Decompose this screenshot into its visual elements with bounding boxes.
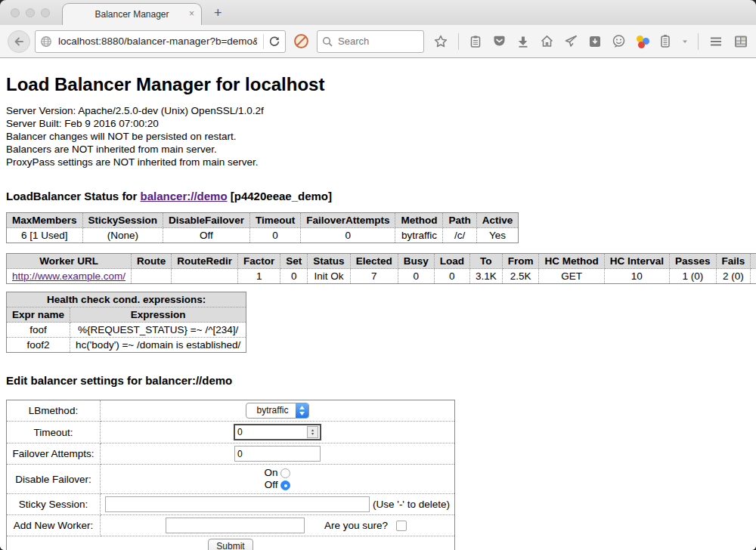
add-worker-label: Add New Worker: [7, 515, 101, 536]
add-worker-input[interactable] [166, 518, 305, 533]
col-stickysession: StickySession [82, 213, 163, 228]
col-method: Method [395, 213, 443, 228]
timeout-input[interactable] [235, 427, 307, 437]
col-hc-interval: HC Interval [604, 254, 669, 269]
disable-failover-on-radio[interactable] [280, 468, 290, 478]
feedback-smiley-icon[interactable] [612, 34, 626, 48]
tab-title: Balancer Manager [94, 9, 169, 20]
cell-hc-method: GET [539, 269, 604, 284]
cell-load: 0 [434, 269, 469, 284]
balancer-data-row: 6 [1 Used] (None) Off 0 0 bytraffic /c/ … [7, 228, 519, 243]
home-icon[interactable] [540, 34, 554, 48]
zoom-window-button[interactable] [41, 8, 50, 17]
blocked-shield-icon[interactable] [293, 33, 309, 49]
lbmethod-selected-value: bytraffic [246, 403, 296, 418]
cell-method: bytraffic [395, 228, 443, 243]
disable-failover-row: Disable Failover: On Off [7, 465, 455, 494]
col-elected: Elected [350, 254, 398, 269]
search-input[interactable] [336, 35, 419, 48]
page-title: Load Balancer Manager for localhost [6, 74, 750, 95]
balancer-demo-link[interactable]: balancer://demo [141, 190, 228, 202]
col-expression: Expression [70, 307, 246, 323]
col-passes: Passes [669, 254, 716, 269]
new-tab-button[interactable]: + [214, 5, 222, 21]
cell-path: /c/ [443, 228, 476, 243]
status-heading-prefix: LoadBalancer Status for [6, 190, 141, 202]
browser-tab[interactable]: Balancer Manager × [62, 3, 202, 25]
caret-down-icon[interactable] [681, 38, 689, 45]
tab-close-icon[interactable]: × [189, 9, 194, 18]
cell-status: Init Ok [308, 269, 350, 284]
cell-passes: 1 (0) [669, 269, 716, 284]
health-header-row: Expr name Expression [7, 307, 246, 323]
worker-data-row: http://www.example.com/ 1 0 Init Ok 7 0 … [7, 269, 756, 284]
pocket-icon[interactable] [492, 34, 507, 48]
sticky-session-input[interactable] [105, 496, 370, 512]
send-icon[interactable] [564, 34, 578, 48]
menu-hamburger-icon[interactable] [708, 34, 723, 49]
reload-icon[interactable] [268, 36, 280, 48]
health-row-foof: foof %{REQUEST_STATUS} =~ /^[234]/ [7, 323, 246, 338]
search-bar[interactable] [317, 30, 424, 53]
colored-dots-icon[interactable] [636, 35, 649, 48]
url-bar[interactable] [35, 30, 286, 53]
cell-route [132, 269, 172, 284]
minimize-window-button[interactable] [26, 8, 35, 17]
col-status: Status [308, 254, 350, 269]
cell-factor: 1 [238, 269, 280, 284]
balancer-status-table: MaxMembers StickySession DisableFailover… [6, 212, 519, 243]
col-route: Route [132, 254, 172, 269]
health-table-title: Health check cond. expressions: [7, 292, 246, 307]
cell-timeout: 0 [249, 228, 300, 243]
number-spinner-icon[interactable]: ▴▾ [307, 426, 318, 438]
are-you-sure-label: Are you sure? [324, 520, 388, 531]
inherit-note-line: Balancers are NOT inherited from main se… [6, 143, 750, 156]
col-busy: Busy [398, 254, 434, 269]
submit-button[interactable]: Submit [208, 539, 253, 550]
timeout-row: Timeout: ▴▾ [7, 422, 455, 443]
worker-table: Worker URL Route RouteRedir Factor Set S… [6, 253, 756, 284]
url-input[interactable] [57, 35, 259, 48]
battery-icon[interactable] [659, 34, 671, 48]
col-worker-url: Worker URL [7, 254, 132, 269]
cell-active: Yes [476, 228, 519, 243]
col-timeout: Timeout [249, 213, 300, 228]
col-disablefailover: DisableFailover [163, 213, 250, 228]
cell-elected: 7 [350, 269, 398, 284]
urlbar-divider [263, 34, 264, 49]
timeout-input-wrap: ▴▾ [234, 424, 321, 440]
sticky-session-label: Sticky Session: [7, 494, 101, 515]
download-icon[interactable] [516, 35, 530, 48]
cell-expression: %{REQUEST_STATUS} =~ /^[234]/ [70, 323, 246, 338]
lbmethod-select[interactable]: bytraffic [246, 403, 310, 419]
traffic-lights [11, 8, 50, 17]
sticky-session-hint: (Use '-' to delete) [373, 499, 450, 510]
back-button[interactable] [8, 30, 30, 53]
are-you-sure-checkbox[interactable] [396, 521, 407, 531]
worker-header-row: Worker URL Route RouteRedir Factor Set S… [7, 254, 756, 269]
lbmethod-label: LBmethod: [7, 400, 101, 422]
worker-url-link[interactable]: http://www.example.com/ [12, 270, 125, 282]
sticky-session-row: Sticky Session: (Use '-' to delete) [7, 494, 455, 515]
status-heading-suffix: [p4420eeae_demo] [228, 190, 332, 202]
close-window-button[interactable] [11, 8, 20, 17]
bookmark-star-icon[interactable] [433, 34, 448, 49]
cell-hc-interval: 10 [604, 269, 669, 284]
server-version-line: Server Version: Apache/2.5.0-dev (Unix) … [6, 104, 750, 117]
disable-failover-off-radio[interactable] [280, 480, 290, 490]
cell-to: 3.1K [469, 269, 502, 284]
col-set: Set [280, 254, 308, 269]
failover-attempts-input[interactable] [234, 446, 321, 462]
col-failoverattempts: FailoverAttempts [301, 213, 395, 228]
clipboard-icon[interactable] [469, 35, 482, 48]
tab-groups-grid-icon[interactable] [733, 34, 748, 49]
health-check-table: Health check cond. expressions: Expr nam… [6, 292, 246, 353]
square-download-icon[interactable] [588, 35, 602, 48]
cell-failoverattempts: 0 [301, 228, 395, 243]
col-fails: Fails [716, 254, 751, 269]
add-worker-row: Add New Worker: Are you sure? [7, 515, 455, 536]
cell-set: 0 [280, 269, 308, 284]
cell-busy: 0 [398, 269, 434, 284]
loadbalancer-status-heading: LoadBalancer Status for balancer://demo … [6, 190, 750, 202]
col-routeredir: RouteRedir [172, 254, 238, 269]
